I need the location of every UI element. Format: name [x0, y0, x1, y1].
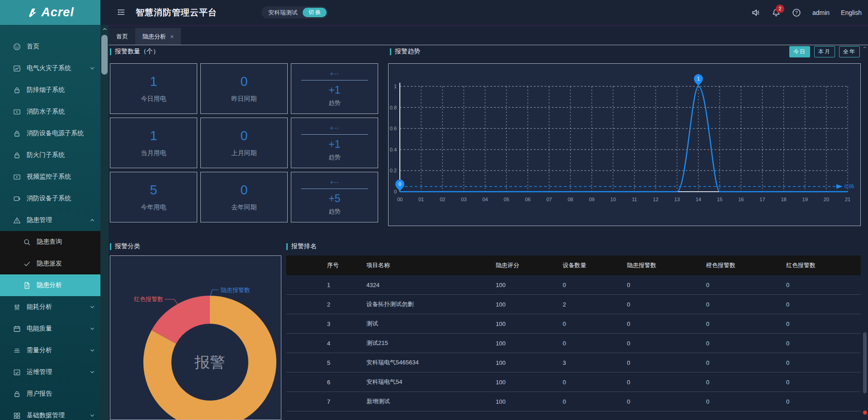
language-switch[interactable]: English [841, 9, 862, 16]
svg-text:19: 19 [802, 197, 808, 202]
svg-text:红色报警数: 红色报警数 [134, 296, 163, 302]
stat-label: 今日用电 [141, 95, 166, 103]
tab-home[interactable]: 首页 [109, 28, 135, 45]
table-cell: 0 [706, 282, 786, 288]
stat-card-current-month-power: 1当月用电 [110, 118, 197, 168]
table-cell: 100 [496, 321, 563, 327]
trend-divider [301, 134, 368, 135]
sidebar-item-label: 隐患派发 [37, 260, 62, 268]
svg-text:17: 17 [759, 197, 765, 202]
sidebar-item-hidden-danger-analysis[interactable]: 隐患分析 [0, 274, 100, 296]
stat-value: 0 [240, 183, 247, 198]
table-cell: 设备拓扑测试勿删 [366, 300, 496, 308]
sidebar-item-label: 防排烟子系统 [27, 86, 65, 94]
sidebar-item-fire-equipment-subsystem[interactable]: 消防设备子系统 [0, 188, 100, 209]
user-menu[interactable]: admin [812, 9, 830, 16]
sidebar-item-operation-maintenance[interactable]: 运维管理 [0, 361, 100, 383]
table-cell: 0 [706, 301, 786, 308]
sidebar-item-hidden-danger-management[interactable]: 隐患管理 [0, 209, 100, 231]
app-root: Acrel 智慧消防管理云平台 安科瑞测试 切换 2 ? admin Engli… [0, 0, 868, 420]
trend-range-buttons: 今日本月全年 [789, 46, 860, 57]
chevron-up-icon [863, 45, 867, 50]
sidebar-item-fire-equipment-power-subsystem[interactable]: 消防设备电源子系统 [0, 123, 100, 144]
trend-divider [301, 189, 368, 189]
sidebar-item-home[interactable]: 首页 [0, 36, 100, 57]
sidebar-item-demand-analysis[interactable]: 需量分析 [0, 340, 100, 361]
table-cell: 0 [627, 340, 706, 347]
svg-text:12: 12 [653, 197, 659, 202]
stat-card-this-year-power: 5今年用电 [110, 172, 197, 222]
sidebar-item-hidden-danger-query[interactable]: 隐患查询 [0, 231, 100, 253]
brand-name: Acrel [41, 5, 74, 19]
svg-text:01: 01 [418, 197, 424, 202]
svg-text:13: 13 [674, 197, 680, 202]
svg-text:14: 14 [696, 197, 701, 202]
table-cell: 5 [327, 359, 366, 366]
alarm-trend-panel: 00.20.40.60.8100010203040506070809101112… [388, 63, 861, 226]
svg-text:11: 11 [632, 197, 637, 202]
rows-icon [13, 347, 21, 354]
help-button[interactable]: ? [792, 8, 801, 17]
alarm-count-section-title: 报警数量（个） [110, 47, 159, 56]
table-cell: 测试 [366, 320, 496, 328]
header-actions: 2 ? admin English [751, 0, 862, 25]
svg-text:21: 21 [845, 197, 850, 202]
svg-text:16: 16 [738, 197, 744, 202]
table-cell: 0 [706, 398, 786, 405]
main-scrollbar-thumb[interactable] [863, 332, 867, 393]
sidebar-item-label: 首页 [27, 42, 39, 51]
column-header: 项目名称 [366, 261, 496, 269]
sidebar-item-hidden-danger-dispatch[interactable]: 隐患派发 [0, 253, 100, 274]
ranking-table-header: 序号项目名称隐患评分设备数量隐患报警数橙色报警数红色报警数 [286, 255, 861, 275]
sidebar-item-electrical-fire-subsystem[interactable]: 电气火灾子系统 [0, 57, 100, 79]
main-scrollbar[interactable] [863, 45, 867, 420]
table-cell: 0 [706, 321, 786, 327]
switch-tenant-button[interactable]: 切换 [303, 8, 327, 17]
broadcast-button[interactable] [751, 8, 760, 17]
speaker-icon [751, 8, 760, 17]
range-button-full-year[interactable]: 全年 [839, 46, 860, 57]
sidebar-item-user-report[interactable]: 用户报告 [0, 383, 100, 405]
sidebar-scrollbar[interactable] [100, 25, 109, 420]
sidebar-menu: 首页电气火灾子系统防排烟子系统消防水子系统消防设备电源子系统防火门子系统视频监控… [0, 25, 100, 420]
range-button-today[interactable]: 今日 [789, 46, 810, 57]
app-header: Acrel 智慧消防管理云平台 安科瑞测试 切换 2 ? admin Engli… [0, 0, 868, 25]
table-cell: 0 [627, 301, 706, 308]
sidebar-scrollbar-thumb[interactable] [101, 35, 108, 75]
table-cell: 0 [627, 379, 706, 386]
brand-logo-icon [26, 7, 38, 18]
trend-numerator: +-- [330, 179, 339, 186]
range-button-this-month[interactable]: 本月 [814, 46, 835, 57]
sidebar-item-energy-analysis[interactable]: 能耗分析 [0, 296, 100, 318]
sidebar-item-basic-data-management[interactable]: 基础数据管理 [0, 405, 100, 420]
stat-card-today-power: 1今日用电 [110, 63, 197, 114]
trend-divider [301, 80, 368, 80]
tab-hidden-danger-analysis[interactable]: 隐患分析 × [135, 28, 181, 45]
tab-close-icon[interactable]: × [170, 33, 174, 40]
check-icon [23, 260, 31, 268]
app-title: 智慧消防管理云平台 [136, 0, 217, 25]
alarm-ranking-section-title: 报警排名 [286, 242, 317, 250]
sidebar-submenu: 隐患查询隐患派发隐患分析 [0, 231, 100, 296]
table-cell: 2 [327, 301, 366, 308]
svg-text:0: 0 [394, 189, 397, 194]
sidebar-item-label: 消防设备电源子系统 [27, 129, 84, 137]
svg-text:07: 07 [546, 197, 552, 202]
sidebar-collapse-button[interactable] [115, 7, 127, 19]
chevron-down-icon [89, 304, 95, 310]
table-cell: 0 [563, 398, 627, 405]
main-scrollbar-up-arrow[interactable] [863, 45, 867, 50]
svg-text:0.4: 0.4 [390, 147, 397, 152]
sidebar-item-power-quality[interactable]: 电能质量 [0, 318, 100, 340]
notifications-button[interactable]: 2 [772, 8, 781, 17]
sidebar-item-fire-water-subsystem[interactable]: 消防水子系统 [0, 101, 100, 123]
svg-text:0.2: 0.2 [390, 168, 397, 173]
svg-text:09: 09 [589, 197, 594, 202]
sidebar-scrollbar-up-arrow[interactable] [100, 25, 109, 33]
sidebar-item-fire-door-subsystem[interactable]: 防火门子系统 [0, 144, 100, 166]
sidebar-item-video-monitoring-subsystem[interactable]: 视频监控子系统 [0, 166, 100, 188]
table-cell: 3 [563, 359, 627, 366]
sidebar-item-smoke-control-subsystem[interactable]: 防排烟子系统 [0, 79, 100, 101]
svg-text:0.05: 0.05 [844, 184, 854, 189]
table-cell: 0 [627, 359, 706, 366]
